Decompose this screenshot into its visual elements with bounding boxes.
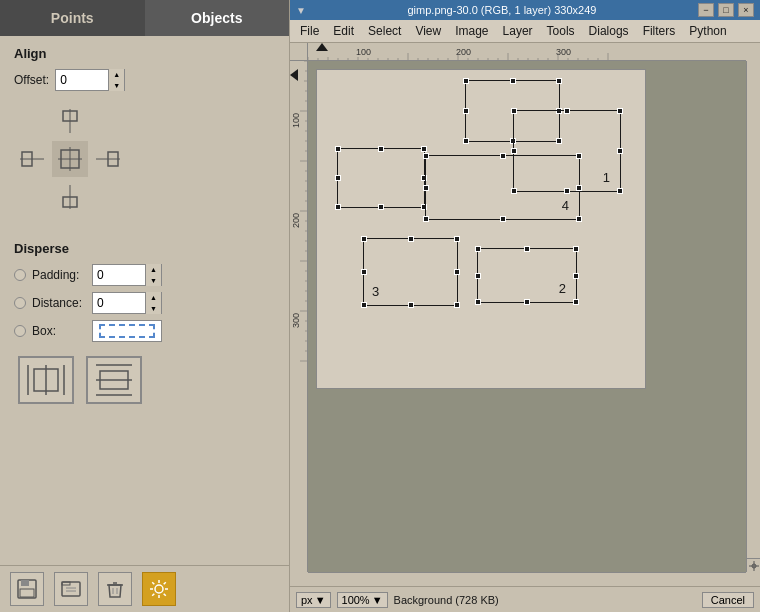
padding-input[interactable]: ▲ ▼: [92, 264, 162, 286]
rect-1[interactable]: 1: [513, 110, 621, 192]
align-left[interactable]: [14, 141, 50, 177]
load-button[interactable]: [54, 572, 88, 606]
handle-ml[interactable]: [511, 148, 517, 154]
handle-bl[interactable]: [361, 302, 367, 308]
canvas-scroll[interactable]: 4 1: [308, 61, 746, 572]
handle-tr[interactable]: [573, 246, 579, 252]
distance-field[interactable]: [93, 293, 145, 313]
unit-select[interactable]: px ▼: [296, 592, 331, 608]
panel-content: Align Offset: ▲ ▼: [0, 36, 289, 565]
handle-tr[interactable]: [556, 78, 562, 84]
svg-rect-20: [21, 580, 29, 586]
win-minimize[interactable]: −: [698, 3, 714, 17]
svg-text:300: 300: [556, 47, 571, 57]
rect-left[interactable]: [337, 148, 425, 208]
handle-mr[interactable]: [573, 273, 579, 279]
handle-tr[interactable]: [617, 108, 623, 114]
align-bottom-center[interactable]: [52, 179, 88, 215]
dashed-inner: [99, 324, 155, 338]
menu-layer[interactable]: Layer: [497, 22, 539, 40]
offset-input[interactable]: ▲ ▼: [55, 69, 125, 91]
rect-2[interactable]: 2: [477, 248, 577, 303]
handle-tm[interactable]: [408, 236, 414, 242]
handle-br[interactable]: [454, 302, 460, 308]
menu-dialogs[interactable]: Dialogs: [583, 22, 635, 40]
padding-field[interactable]: [93, 265, 145, 285]
handle-bl[interactable]: [423, 216, 429, 222]
handle-tm[interactable]: [378, 146, 384, 152]
handle-tr[interactable]: [454, 236, 460, 242]
handle-tl[interactable]: [423, 153, 429, 159]
handle-ml[interactable]: [423, 185, 429, 191]
menu-filters[interactable]: Filters: [637, 22, 682, 40]
handle-bm[interactable]: [524, 299, 530, 305]
handle-bm[interactable]: [378, 204, 384, 210]
handle-tl[interactable]: [463, 78, 469, 84]
handle-bm[interactable]: [564, 188, 570, 194]
align-top-center[interactable]: [52, 103, 88, 139]
handle-tl[interactable]: [475, 246, 481, 252]
offset-field[interactable]: [56, 70, 108, 90]
distance-up[interactable]: ▲: [146, 292, 161, 303]
handle-br[interactable]: [617, 188, 623, 194]
handle-bl[interactable]: [463, 138, 469, 144]
handle-tm[interactable]: [524, 246, 530, 252]
align-center-both[interactable]: [52, 141, 88, 177]
handle-tl[interactable]: [335, 146, 341, 152]
handle-tm[interactable]: [564, 108, 570, 114]
handle-ml[interactable]: [335, 175, 341, 181]
handle-bm[interactable]: [500, 216, 506, 222]
distance-down[interactable]: ▼: [146, 303, 161, 314]
distance-input[interactable]: ▲ ▼: [92, 292, 162, 314]
menu-image[interactable]: Image: [449, 22, 494, 40]
handle-tr[interactable]: [421, 146, 427, 152]
win-close[interactable]: ×: [738, 3, 754, 17]
handle-ml[interactable]: [463, 108, 469, 114]
distribute-vertical-button[interactable]: [86, 356, 142, 404]
handle-bl[interactable]: [511, 188, 517, 194]
svg-text:100: 100: [356, 47, 371, 57]
handle-mr[interactable]: [454, 269, 460, 275]
distance-radio[interactable]: [14, 297, 26, 309]
box-radio[interactable]: [14, 325, 26, 337]
rect-3[interactable]: 3: [363, 238, 458, 306]
zoom-select[interactable]: 100% ▼: [337, 592, 388, 608]
tab-objects[interactable]: Objects: [145, 0, 290, 36]
win-maximize[interactable]: □: [718, 3, 734, 17]
save-button[interactable]: [10, 572, 44, 606]
handle-bl[interactable]: [335, 204, 341, 210]
handle-bl[interactable]: [475, 299, 481, 305]
handle-br[interactable]: [573, 299, 579, 305]
handle-tm[interactable]: [500, 153, 506, 159]
menu-tools[interactable]: Tools: [541, 22, 581, 40]
padding-radio[interactable]: [14, 269, 26, 281]
handle-ml[interactable]: [361, 269, 367, 275]
delete-button[interactable]: [98, 572, 132, 606]
padding-up[interactable]: ▲: [146, 264, 161, 275]
padding-down[interactable]: ▼: [146, 275, 161, 286]
menu-file[interactable]: File: [294, 22, 325, 40]
menu-edit[interactable]: Edit: [327, 22, 360, 40]
handle-tm[interactable]: [510, 78, 516, 84]
distribute-horizontal-button[interactable]: [18, 356, 74, 404]
handle-br[interactable]: [576, 216, 582, 222]
crosshair-icon[interactable]: [746, 558, 760, 572]
scrollbar-vertical[interactable]: [746, 61, 760, 572]
handle-tl[interactable]: [511, 108, 517, 114]
offset-up[interactable]: ▲: [109, 69, 124, 80]
handle-ml[interactable]: [475, 273, 481, 279]
align-right[interactable]: [90, 141, 126, 177]
gimp-title-bar: ▼ gimp.png-30.0 (RGB, 1 layer) 330x249 −…: [290, 0, 760, 20]
tab-points[interactable]: Points: [0, 0, 145, 36]
handle-bm[interactable]: [408, 302, 414, 308]
cancel-button[interactable]: Cancel: [702, 592, 754, 608]
menu-view[interactable]: View: [409, 22, 447, 40]
offset-down[interactable]: ▼: [109, 80, 124, 91]
box-dashed[interactable]: [92, 320, 162, 342]
menu-python[interactable]: Python: [683, 22, 732, 40]
settings-button[interactable]: [142, 572, 176, 606]
menu-select[interactable]: Select: [362, 22, 407, 40]
scrollbar-horizontal[interactable]: [308, 572, 746, 586]
handle-tl[interactable]: [361, 236, 367, 242]
handle-mr[interactable]: [617, 148, 623, 154]
